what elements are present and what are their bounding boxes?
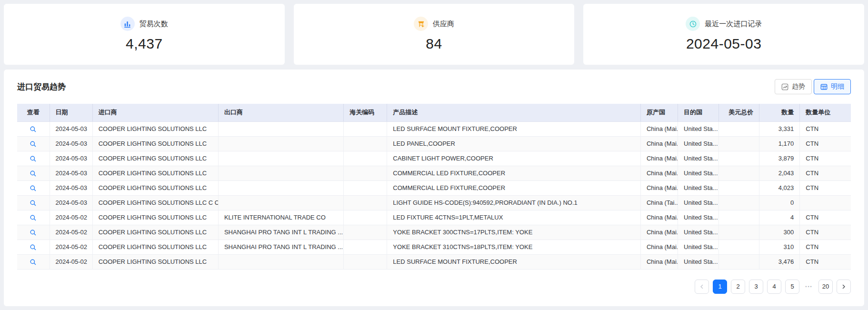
trend-chart-icon bbox=[781, 83, 788, 90]
destination-cell: United Sta... bbox=[678, 254, 719, 269]
column-header-unit: 数量单位 bbox=[800, 104, 851, 121]
quantity-cell: 2,043 bbox=[759, 166, 800, 180]
view-record-button[interactable] bbox=[30, 155, 37, 162]
view-record-button[interactable] bbox=[30, 244, 37, 251]
hs_code-cell bbox=[344, 195, 387, 210]
magnifier-icon bbox=[30, 214, 37, 221]
import-trend-panel: 进口贸易趋势 趋势 bbox=[4, 70, 864, 306]
hs_code-cell bbox=[344, 136, 387, 151]
view-record-button[interactable] bbox=[30, 126, 37, 133]
view-record-button[interactable] bbox=[30, 200, 37, 207]
pagination-page-4[interactable]: 4 bbox=[767, 280, 781, 294]
view-record-button[interactable] bbox=[30, 259, 37, 266]
hs_code-cell bbox=[344, 225, 387, 240]
date-cell: 2024-05-03 bbox=[50, 195, 92, 210]
usd_total-cell bbox=[719, 121, 759, 136]
date-cell: 2024-05-03 bbox=[50, 180, 92, 195]
usd_total-cell bbox=[719, 240, 759, 254]
unit-cell: CTN bbox=[800, 180, 851, 195]
pagination-page-2[interactable]: 2 bbox=[731, 280, 745, 294]
hs_code-cell bbox=[344, 166, 387, 180]
view-cell bbox=[17, 180, 50, 195]
stat-head: 贸易次数 bbox=[120, 17, 168, 31]
magnifier-icon bbox=[30, 140, 37, 148]
unit-cell: CTN bbox=[800, 166, 851, 180]
usd_total-cell bbox=[719, 166, 759, 180]
hs_code-cell bbox=[344, 254, 387, 269]
exporter-cell bbox=[218, 136, 343, 151]
exporter-cell bbox=[218, 195, 343, 210]
quantity-cell: 4 bbox=[759, 210, 800, 225]
exporter-cell bbox=[218, 180, 343, 195]
date-cell: 2024-05-03 bbox=[50, 136, 92, 151]
pagination-ellipsis[interactable]: ••• bbox=[803, 284, 815, 289]
view-toggle: 趋势 明细 bbox=[775, 79, 851, 94]
description-cell: LED SURFACE MOUNT FIXTURE,COOPER bbox=[387, 254, 641, 269]
detail-view-button[interactable]: 明细 bbox=[814, 79, 851, 94]
destination-cell: United Sta... bbox=[678, 166, 719, 180]
column-header-origin: 原产国 bbox=[640, 104, 678, 121]
supplier-store-icon bbox=[414, 17, 428, 31]
unit-cell: CTN bbox=[800, 136, 851, 151]
destination-cell: United Sta... bbox=[678, 195, 719, 210]
description-cell: CABINET LIGHT POWER,COOPER bbox=[387, 151, 641, 166]
usd_total-cell bbox=[719, 210, 759, 225]
usd_total-cell bbox=[719, 136, 759, 151]
pagination-page-20[interactable]: 20 bbox=[818, 280, 833, 294]
origin-cell: China (Mai... bbox=[640, 121, 678, 136]
view-cell bbox=[17, 195, 50, 210]
clock-icon bbox=[686, 17, 700, 31]
importer-cell: COOPER LIGHTING SOLUTIONS LLC bbox=[92, 254, 218, 269]
description-cell: YOKE BRACKET 300CTNS=17PLTS,ITEM: YOKE bbox=[387, 225, 641, 240]
description-cell: COMMERCIAL LED FIXTURE,COOPER bbox=[387, 166, 641, 180]
pagination-page-5[interactable]: 5 bbox=[785, 280, 799, 294]
unit-cell: CTN bbox=[800, 225, 851, 240]
trade-records-table: 查看日期进口商出口商海关编码产品描述原产国目的国美元总价数量数量单位 2024-… bbox=[17, 104, 851, 270]
quantity-cell: 3,331 bbox=[759, 121, 800, 136]
unit-cell: CTN bbox=[800, 254, 851, 269]
exporter-cell: SHANGHAI PRO TANG INT L TRADING ... bbox=[218, 240, 343, 254]
exporter-cell: KLITE INTERNATIONAL TRADE CO bbox=[218, 210, 343, 225]
column-header-hs_code: 海关编码 bbox=[344, 104, 387, 121]
exporter-cell bbox=[218, 166, 343, 180]
table-row: 2024-05-03COOPER LIGHTING SOLUTIONS LLCL… bbox=[17, 121, 851, 136]
date-cell: 2024-05-03 bbox=[50, 121, 92, 136]
pagination-next-button[interactable] bbox=[837, 280, 851, 294]
stat-label: 贸易次数 bbox=[140, 20, 168, 29]
pagination-prev-button[interactable] bbox=[695, 280, 709, 294]
description-cell: YOKE BRACKET 310CTNS=18PLTS,ITEM: YOKE bbox=[387, 240, 641, 254]
view-cell bbox=[17, 151, 50, 166]
hs_code-cell bbox=[344, 151, 387, 166]
importer-cell: COOPER LIGHTING SOLUTIONS LLC C O bbox=[92, 195, 218, 210]
trend-view-button[interactable]: 趋势 bbox=[775, 79, 812, 94]
description-cell: LED PANEL,COOPER bbox=[387, 136, 641, 151]
quantity-cell: 0 bbox=[759, 195, 800, 210]
description-cell: LED FIXTURE 4CTNS=1PLT,METALUX bbox=[387, 210, 641, 225]
stat-head: 供应商 bbox=[414, 17, 454, 31]
view-record-button[interactable] bbox=[30, 229, 37, 236]
view-record-button[interactable] bbox=[30, 214, 37, 221]
date-cell: 2024-05-03 bbox=[50, 151, 92, 166]
table-row: 2024-05-03COOPER LIGHTING SOLUTIONS LLCL… bbox=[17, 136, 851, 151]
pagination-page-3[interactable]: 3 bbox=[749, 280, 763, 294]
view-record-button[interactable] bbox=[30, 185, 37, 192]
usd_total-cell bbox=[719, 151, 759, 166]
detail-button-label: 明细 bbox=[831, 82, 844, 91]
description-cell: LIGHT GUIDE HS-CODE(S):940592,PRORADIANT… bbox=[387, 195, 641, 210]
quantity-cell: 1,170 bbox=[759, 136, 800, 151]
view-cell bbox=[17, 240, 50, 254]
exporter-cell bbox=[218, 254, 343, 269]
destination-cell: United Sta... bbox=[678, 136, 719, 151]
view-record-button[interactable] bbox=[30, 170, 37, 177]
bar-chart-icon bbox=[120, 17, 135, 31]
magnifier-icon bbox=[30, 185, 37, 192]
origin-cell: China (Mai... bbox=[640, 225, 678, 240]
hs_code-cell bbox=[344, 180, 387, 195]
panel-header: 进口贸易趋势 趋势 bbox=[17, 79, 851, 94]
table-row: 2024-05-02COOPER LIGHTING SOLUTIONS LLCL… bbox=[17, 254, 851, 269]
pagination-page-1[interactable]: 1 bbox=[713, 280, 727, 294]
origin-cell: China (Mai... bbox=[640, 210, 678, 225]
view-record-button[interactable] bbox=[30, 140, 37, 148]
hs_code-cell bbox=[344, 210, 387, 225]
quantity-cell: 300 bbox=[759, 225, 800, 240]
